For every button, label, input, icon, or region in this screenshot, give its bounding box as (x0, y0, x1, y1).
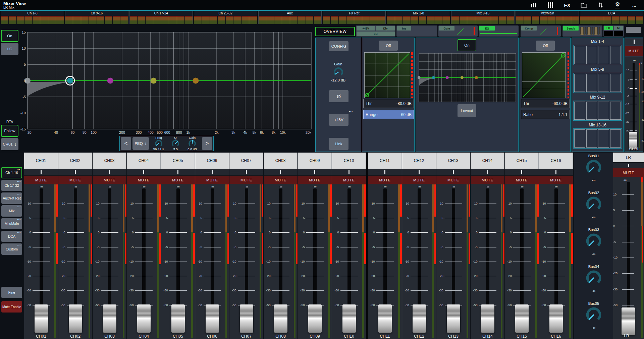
send-cell[interactable] (598, 74, 609, 92)
fader-track[interactable] (176, 188, 180, 317)
bank-button-aux-fx-ret[interactable]: •••Aux/FX Ret (1, 192, 22, 204)
lr-name-header[interactable]: LR (613, 153, 644, 162)
send-cell[interactable] (574, 74, 585, 92)
fader-handle[interactable] (171, 304, 185, 333)
fader-track[interactable] (245, 188, 248, 317)
mute-button[interactable]: MUTE (24, 176, 58, 184)
fader-track[interactable] (142, 188, 146, 317)
comp-state-button[interactable]: Off (536, 41, 555, 51)
eq-graph[interactable]: 151050-5-10-1520406080100200300400500600… (19, 30, 315, 135)
fader-track[interactable] (279, 188, 282, 317)
meters-icon[interactable] (529, 1, 538, 9)
fader-handle[interactable] (274, 304, 287, 333)
meter-tab-dca[interactable]: DCA (580, 11, 643, 24)
mute-button[interactable]: MUTE (93, 176, 126, 184)
chain-comp-block[interactable]: Comp (521, 25, 561, 37)
pan-control[interactable] (93, 169, 126, 176)
channel-name-header[interactable]: CH07 (229, 153, 263, 169)
mini-fader-handle[interactable] (629, 132, 637, 149)
fader-handle[interactable] (447, 304, 460, 333)
send-cell[interactable] (586, 129, 597, 148)
fader-handle[interactable] (206, 304, 219, 333)
pan-control[interactable] (332, 169, 366, 176)
pan-control[interactable] (402, 169, 436, 176)
bank-button-mtx-main[interactable]: •••Mtx/Main (1, 218, 22, 229)
eq-state-button[interactable]: On (458, 39, 476, 51)
lr-fader-handle[interactable] (622, 307, 635, 335)
send-cell[interactable] (610, 74, 621, 92)
band-type-button[interactable]: PEQ ↓ (132, 137, 149, 150)
bank-button-ch-1-16[interactable]: •••Ch 1-16 (1, 167, 22, 178)
chain-gate-chip[interactable]: Gate (439, 26, 454, 31)
fader-handle[interactable] (35, 304, 48, 333)
chain-eq-chip[interactable]: EQ (479, 26, 495, 31)
mute-button[interactable]: MUTE (471, 176, 504, 184)
config-button[interactable]: CONFIG (329, 41, 348, 51)
fader-handle[interactable] (240, 304, 253, 333)
mute-button[interactable]: MUTE (298, 176, 332, 184)
bus-send-knob[interactable] (586, 307, 602, 324)
eq-on-button[interactable]: On (1, 30, 18, 42)
bank-button-ch-17-32[interactable]: •••Ch 17-32 (1, 180, 22, 191)
mini-fader-track[interactable] (633, 63, 635, 135)
channel-name-header[interactable]: CH09 (298, 153, 332, 169)
fader-track[interactable] (347, 188, 351, 317)
send-cell[interactable] (574, 102, 585, 120)
bus-send-knob[interactable] (586, 233, 602, 250)
pan-control[interactable] (368, 169, 402, 176)
chain-comp-chip[interactable]: Comp (521, 26, 537, 31)
mute-button[interactable]: MUTE (402, 176, 436, 184)
rta-channel-select[interactable]: CH01 ↓ (1, 138, 18, 150)
lowcut-button[interactable]: LC (1, 43, 18, 55)
channel-name-header[interactable]: CH10 (332, 153, 366, 169)
fader-track[interactable] (108, 188, 111, 317)
mute-button[interactable]: MUTE (264, 176, 298, 184)
overview-button[interactable]: OVERVIEW (315, 27, 355, 36)
fader-track[interactable] (520, 188, 524, 317)
bank-options-dots[interactable]: ••• (17, 218, 21, 221)
send-cell[interactable] (610, 129, 621, 148)
channel-name-header[interactable]: CH08 (264, 153, 298, 169)
fader-handle[interactable] (549, 304, 563, 333)
channel-name-header[interactable]: CH01 (24, 153, 58, 169)
fader-handle[interactable] (413, 304, 426, 333)
grid-icon[interactable] (546, 1, 555, 9)
fader-track[interactable] (211, 188, 214, 317)
channel-name-header[interactable]: CH14 (471, 153, 504, 169)
gear-icon[interactable]: ⚙ (613, 1, 622, 9)
channel-name-header[interactable]: CH16 (539, 153, 573, 169)
mute-button[interactable]: MUTE (332, 176, 366, 184)
channel-name-header[interactable]: CH06 (195, 153, 229, 169)
mute-enable-button[interactable]: Mute Enable (1, 301, 22, 313)
prev-band-button[interactable]: < (121, 137, 131, 150)
send-cell[interactable] (586, 74, 597, 92)
bank-button-custom[interactable]: •••Custom (1, 243, 22, 255)
send-cell[interactable] (586, 102, 597, 120)
mini-pan-control[interactable] (625, 39, 643, 45)
mute-button[interactable]: MUTE (505, 176, 539, 184)
fader-handle[interactable] (342, 304, 356, 333)
fader-track[interactable] (74, 188, 77, 317)
peq-knob-q[interactable]: Q3.5 (167, 136, 184, 151)
chain-lc-chip[interactable]: LC (357, 32, 395, 36)
chain-48v-chip[interactable]: +48V (357, 26, 375, 31)
channel-name-header[interactable]: CH12 (402, 153, 436, 169)
chain-mono-chip[interactable]: M (614, 26, 623, 30)
chain-lr-chip[interactable]: LR (604, 26, 613, 30)
send-cell[interactable] (610, 46, 621, 64)
mini-mute-button[interactable]: MUTE (625, 46, 643, 56)
fader-handle[interactable] (137, 304, 151, 333)
send-cell[interactable] (586, 46, 597, 64)
peq-knob-gain[interactable]: Gain0.0 dB (184, 136, 201, 151)
chain-eq-block[interactable]: EQ (479, 25, 519, 37)
pan-control[interactable] (539, 169, 573, 176)
updown-arrows-icon[interactable] (596, 1, 605, 9)
bus-send-knob[interactable] (586, 196, 602, 214)
rta-follow-button[interactable]: Follow (1, 125, 18, 137)
meter-tab-ch-9-16[interactable]: Ch 9-16 (65, 11, 128, 24)
phantom-power-button[interactable]: +48V (329, 114, 348, 126)
chain-sends-chip[interactable]: Sends (563, 26, 579, 31)
mute-button[interactable]: MUTE (195, 176, 229, 184)
pan-control[interactable] (264, 169, 298, 176)
chain-delay-chip[interactable]: Dly (376, 26, 395, 31)
